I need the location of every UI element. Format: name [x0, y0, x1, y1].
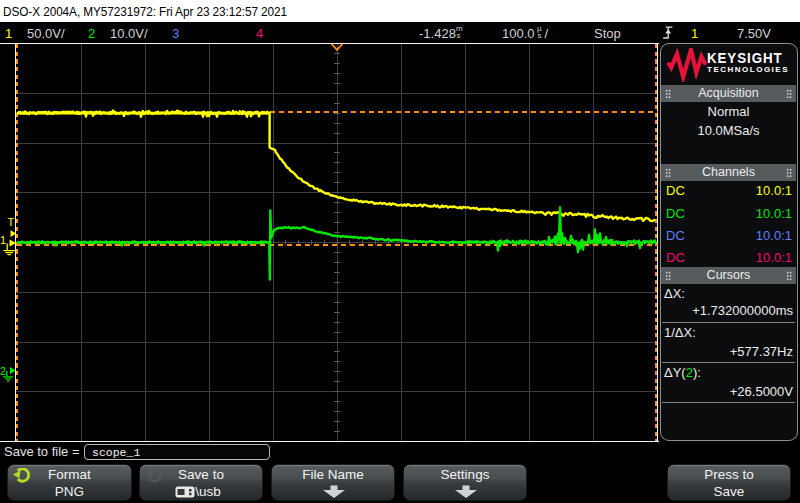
svg-text:1: 1 — [0, 234, 6, 246]
svg-text:2: 2 — [0, 365, 6, 377]
svg-text:T: T — [8, 216, 15, 228]
